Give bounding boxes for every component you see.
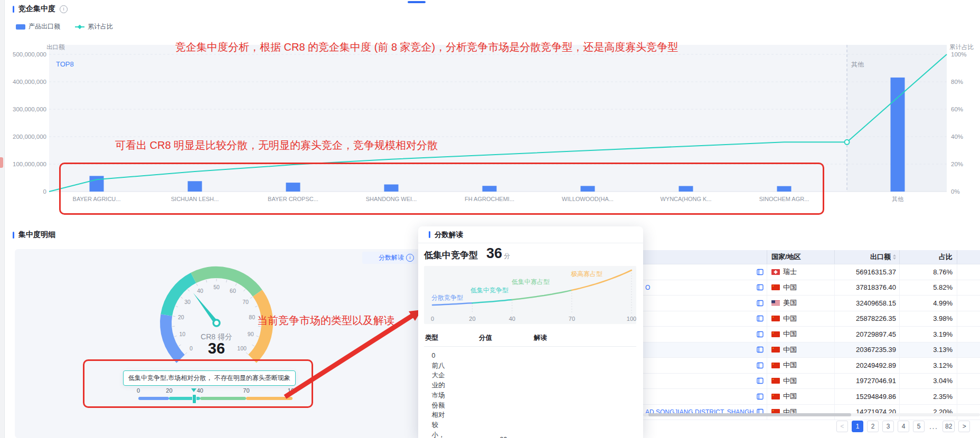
svg-text:80%: 80%: [951, 79, 963, 85]
score-curve-box: 分散竞争型低集中竞争型低集中寡占型极高寡占型0204070100: [424, 266, 636, 324]
amount-cell: 37818376.40: [834, 280, 899, 296]
horizontal-scrollbar-thumb[interactable]: [648, 413, 851, 416]
section-accent-bar: [13, 232, 14, 239]
annotation-note-1: 竞企集中度分析，根据 CR8 的竞企集中度 (前 8 家竞企)，分析竞争市场是分…: [175, 40, 678, 54]
company-detail-icon[interactable]: [757, 269, 764, 275]
score-link-label: 分数解读: [379, 253, 404, 262]
spacer-cell: [957, 327, 980, 342]
y2-axis-title: 累计占比: [949, 44, 974, 50]
page-edge-strip: [0, 0, 5, 438]
spacer-cell: [957, 280, 980, 296]
company-cell: O: [643, 280, 767, 296]
page-button-1[interactable]: 1: [852, 421, 863, 432]
top-scroll-indicator: [408, 1, 426, 3]
country-flag-icon: [771, 269, 780, 275]
table-row[interactable]: 中国20729897.453.19%: [643, 327, 980, 342]
next-page-button[interactable]: >: [958, 421, 970, 432]
svg-text:500,000,000: 500,000,000: [13, 51, 46, 58]
country-flag-icon: [771, 363, 780, 368]
annotation-edge-fragment: [0, 157, 3, 168]
company-cell: [643, 264, 767, 280]
table-row[interactable]: 瑞士56916315.378.76%: [643, 264, 980, 280]
svg-text:0: 0: [190, 345, 193, 351]
svg-text:20%: 20%: [951, 161, 963, 167]
page-ellipsis[interactable]: ...: [928, 422, 939, 431]
legend-item-export-bar[interactable]: 产品出口额: [16, 22, 60, 31]
score-interpretation-link[interactable]: 分数解读 i: [362, 252, 417, 264]
page-button-2[interactable]: 2: [867, 421, 879, 432]
svg-text:60: 60: [230, 288, 236, 294]
popup-table-row: 低集中竞争型20前八大企业控制了一定比例的市场份额，但市场仍然相对分散，不存在明…: [445, 426, 644, 438]
svg-text:100%: 100%: [951, 51, 966, 58]
country-cell: 中国: [767, 358, 834, 373]
bar-swatch-icon: [16, 24, 25, 30]
table-row[interactable]: 美国32409658.154.99%: [643, 296, 980, 311]
popup-title: 分数解读: [435, 230, 463, 240]
share-cell: 3.13%: [899, 342, 957, 358]
country-cell: 中国: [767, 405, 834, 420]
page-button-4[interactable]: 4: [898, 421, 909, 432]
company-detail-icon[interactable]: [757, 362, 764, 369]
spacer-cell: [957, 296, 980, 311]
score-curve-segment: [472, 300, 512, 303]
company-detail-icon[interactable]: [757, 346, 764, 353]
company-detail-icon[interactable]: [757, 331, 764, 338]
share-cell: 3.98%: [899, 311, 957, 327]
page-button-5[interactable]: 5: [913, 421, 925, 432]
company-detail-icon[interactable]: [757, 393, 764, 400]
share-cell: 4.99%: [899, 296, 957, 311]
company-cell: [643, 327, 767, 342]
curve-x-tick: 100: [627, 316, 636, 322]
svg-text:0%: 0%: [951, 188, 960, 195]
prev-page-button[interactable]: <: [836, 421, 848, 432]
spacer-cell: [957, 405, 980, 420]
table-row[interactable]: 中国19727046.913.04%: [643, 374, 980, 389]
spacer-cell: [957, 342, 980, 358]
share-cell: 2.35%: [899, 389, 957, 404]
country-flag-icon: [771, 347, 780, 353]
legend-label: 累计占比: [88, 22, 113, 31]
result-type: 低集中竞争型: [424, 249, 478, 261]
svg-text:0: 0: [43, 188, 46, 195]
amount-cell: 32409658.15: [834, 296, 899, 311]
company-cell: AD,SONGJIANG DISTRICT, SHANGHAI CHI...: [643, 405, 767, 420]
annotation-note-3: 当前竞争市场的类型以及解读: [257, 313, 394, 328]
section-title: 集中度明细: [18, 230, 55, 240]
table-row[interactable]: O中国37818376.405.82%: [643, 280, 980, 296]
company-detail-icon[interactable]: [757, 284, 764, 291]
popup-result: 低集中竞争型 36 分: [424, 245, 510, 262]
amount-cell: 56916315.37: [834, 264, 899, 280]
info-icon[interactable]: i: [60, 5, 68, 13]
company-detail-icon[interactable]: [757, 315, 764, 322]
table-row[interactable]: 中国15294849.862.35%: [643, 389, 980, 405]
competitor-concentration-dashboard: 竞企集中度 i 产品出口额 累计占比 0100,000,000200,000,0…: [0, 0, 980, 438]
score-type-table: 类型分值解读分散竞争型0前八大企业的市场份额相对较小，市场竞争较为分散，存在大量…: [424, 330, 636, 438]
export-bar: [891, 78, 905, 192]
svg-text:50: 50: [213, 284, 220, 290]
page-button-3[interactable]: 3: [882, 421, 894, 432]
info-icon: i: [406, 254, 414, 262]
table-row[interactable]: 中国20249492.893.12%: [643, 358, 980, 374]
company-name-partial[interactable]: O: [645, 284, 753, 291]
result-score: 36: [486, 245, 502, 262]
country-cell: 瑞士: [767, 264, 834, 280]
company-detail-icon[interactable]: [757, 300, 764, 307]
amount-column-header[interactable]: 出口额: [834, 250, 899, 264]
company-detail-icon[interactable]: [757, 377, 764, 384]
legend-item-cumulative-line[interactable]: 累计占比: [75, 22, 113, 31]
annotation-note-2: 可看出 CR8 明显是比较分散，无明显的寡头竞企，竞争规模相对分散: [115, 138, 438, 153]
result-score-unit: 分: [504, 252, 510, 261]
section-header-detail: 集中度明细: [13, 230, 55, 240]
table-row[interactable]: 中国20367235.393.13%: [643, 342, 980, 358]
svg-text:40: 40: [197, 288, 203, 294]
cumulative-marker[interactable]: [845, 140, 850, 145]
other-zone-label: 其他: [851, 61, 864, 68]
table-row[interactable]: 中国25878226.353.98%: [643, 311, 980, 327]
page-button-82[interactable]: 82: [943, 421, 955, 432]
amount-cell: 14271974.20: [834, 405, 899, 420]
company-column-header: [643, 250, 767, 264]
table-row[interactable]: AD,SONGJIANG DISTRICT, SHANGHAI CHI...中国…: [643, 405, 980, 421]
sort-icon[interactable]: [893, 254, 896, 260]
spacer-cell: [957, 389, 980, 404]
table-header-row: 国家/地区出口额占比: [643, 250, 980, 264]
